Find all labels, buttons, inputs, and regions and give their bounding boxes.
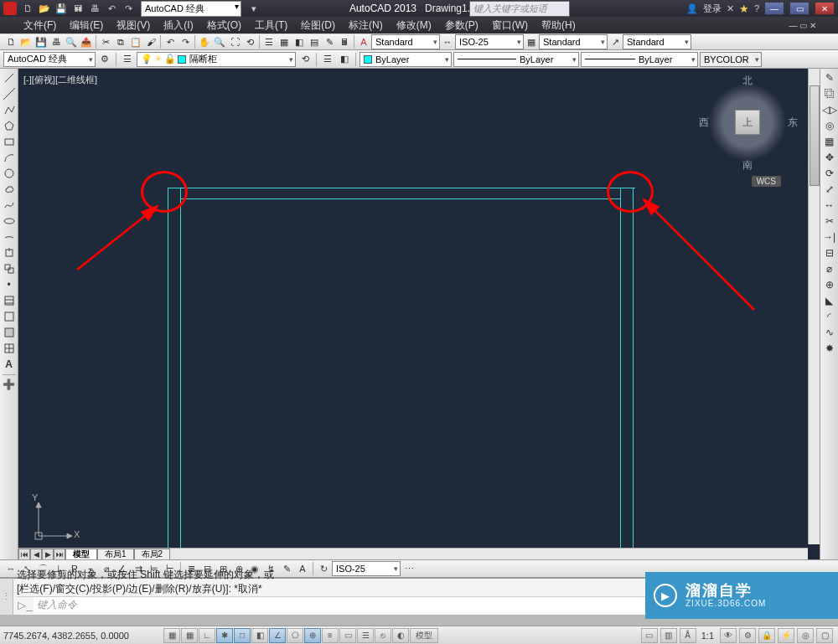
infocenter-sign-in-icon[interactable]: 👤	[686, 3, 698, 14]
tab-next-icon[interactable]: ▶	[42, 549, 54, 560]
break-icon[interactable]: ⌀	[822, 261, 837, 276]
close-button[interactable]: ✕	[815, 2, 835, 15]
qat-new-icon[interactable]: 🗋	[20, 1, 35, 16]
color-combo[interactable]: ByLayer	[360, 52, 452, 67]
move-icon[interactable]: ✥	[822, 150, 837, 165]
osnap-toggle[interactable]: □	[234, 628, 251, 643]
redo-icon[interactable]: ↷	[178, 34, 193, 49]
snap-toggle[interactable]: ▦	[163, 628, 180, 643]
linetype-combo[interactable]: ByLayer	[453, 52, 579, 67]
workspace-combo[interactable]: AutoCAD 经典	[3, 52, 96, 67]
cut-icon[interactable]: ✂	[98, 34, 113, 49]
zoom-window-icon[interactable]: ⛶	[227, 34, 242, 49]
dim-style-combo[interactable]: ISO-25	[455, 34, 524, 49]
zoom-prev-icon[interactable]: ⟲	[242, 34, 257, 49]
polyline-icon[interactable]	[2, 102, 17, 117]
help-icon[interactable]: ?	[754, 3, 759, 13]
sc-toggle[interactable]: ⎋	[375, 628, 391, 643]
menu-format[interactable]: 格式(O)	[200, 17, 248, 34]
tablestyle-icon[interactable]: ▦	[524, 34, 539, 49]
clean-screen-icon[interactable]: ▢	[816, 628, 833, 643]
favorite-icon[interactable]: ★	[739, 3, 749, 15]
plot-icon[interactable]: 🖶	[49, 34, 64, 49]
arc-icon[interactable]	[2, 150, 17, 165]
sheetset-icon[interactable]: ▤	[307, 34, 322, 49]
circle-icon[interactable]	[2, 166, 17, 181]
publish-icon[interactable]: 📤	[79, 34, 94, 49]
tab-last-icon[interactable]: ⏭	[54, 549, 65, 560]
tab-prev-icon[interactable]: ◀	[30, 549, 42, 560]
stretch-icon[interactable]: ↔	[822, 198, 837, 213]
minimize-button[interactable]: —	[764, 2, 784, 15]
3dosnap-toggle[interactable]: ◧	[251, 628, 268, 643]
dcenter-icon[interactable]: ▦	[277, 34, 292, 49]
point-icon[interactable]: •	[2, 277, 17, 292]
copy-obj-icon[interactable]: ⿻	[822, 86, 837, 101]
menu-help[interactable]: 帮助(H)	[535, 17, 582, 34]
annovis-icon[interactable]: 👁	[720, 628, 737, 643]
copy-icon[interactable]: ⧉	[113, 34, 128, 49]
chamfer-icon[interactable]: ◣	[822, 293, 837, 308]
make-block-icon[interactable]	[2, 261, 17, 276]
join-icon[interactable]: ⊕	[822, 277, 837, 292]
ellipse-icon[interactable]	[2, 214, 17, 229]
search-input[interactable]: 键入关键字或短语	[469, 1, 570, 17]
extend-icon[interactable]: →|	[822, 229, 837, 245]
pan-icon[interactable]: ✋	[197, 34, 212, 49]
coordinates-readout[interactable]: 7745.2674, 4382.2655, 0.0000	[3, 631, 163, 641]
lineweight-combo[interactable]: ByLayer	[581, 52, 698, 67]
markup-icon[interactable]: ✎	[322, 34, 337, 49]
zoom-icon[interactable]: 🔍	[212, 34, 227, 49]
qat-undo-icon[interactable]: ↶	[104, 1, 119, 16]
tpy-toggle[interactable]: ▭	[339, 628, 356, 643]
plotstyle-combo[interactable]: BYCOLOR	[700, 52, 762, 67]
tab-layout2[interactable]: 布局2	[134, 549, 171, 560]
open-icon[interactable]: 📂	[18, 34, 34, 49]
menu-edit[interactable]: 编辑(E)	[63, 17, 110, 34]
undo-icon[interactable]: ↶	[163, 34, 178, 49]
tab-model[interactable]: 模型	[65, 549, 97, 560]
scroll-thumb[interactable]	[810, 85, 820, 186]
toolbar-lock-icon[interactable]: 🔒	[758, 628, 775, 643]
hatch-icon[interactable]	[2, 293, 17, 308]
line-icon[interactable]	[2, 70, 17, 85]
trim-icon[interactable]: ✂	[822, 214, 837, 229]
new-icon[interactable]: 🗋	[3, 34, 18, 49]
quickview-layouts-icon[interactable]: ▭	[641, 628, 658, 643]
table-icon[interactable]	[2, 341, 17, 356]
revcloud-icon[interactable]	[2, 182, 17, 197]
menu-insert[interactable]: 插入(I)	[157, 17, 199, 34]
qat-save-icon[interactable]: 💾	[54, 1, 69, 16]
ucs-icon[interactable]: X Y	[30, 494, 80, 546]
qat-open-icon[interactable]: 📂	[37, 1, 52, 16]
menu-dimension[interactable]: 标注(N)	[342, 17, 390, 34]
hardware-accel-icon[interactable]: ⚡	[778, 628, 794, 643]
annotation-scale-label[interactable]: 1:1	[698, 631, 717, 641]
qat-dropdown-icon[interactable]: ▾	[246, 1, 261, 16]
properties-icon[interactable]: ☰	[261, 34, 277, 49]
grid-toggle[interactable]: ▦	[181, 628, 198, 643]
spline-icon[interactable]	[2, 198, 17, 213]
rotate-icon[interactable]: ⟳	[822, 166, 837, 181]
layer-states-icon[interactable]: ☰	[320, 52, 335, 67]
otrack-toggle[interactable]: ∠	[269, 628, 286, 643]
qat-plot-icon[interactable]: 🖶	[87, 1, 102, 16]
fillet-icon[interactable]: ◜	[822, 309, 837, 324]
blend-icon[interactable]: ∿	[822, 325, 837, 340]
calc-icon[interactable]: 🖩	[337, 34, 352, 49]
polygon-icon[interactable]	[2, 118, 17, 133]
menu-parametric[interactable]: 参数(P)	[438, 17, 485, 34]
app-icon[interactable]	[3, 2, 17, 15]
polar-toggle[interactable]: ✱	[216, 628, 233, 643]
insert-block-icon[interactable]	[2, 245, 17, 260]
command-handle[interactable]: ⋮	[0, 579, 13, 615]
scale-icon[interactable]: ⤢	[822, 182, 837, 197]
model-space-button[interactable]: 模型	[410, 628, 438, 643]
workspace-selector[interactable]: AutoCAD 经典	[141, 1, 241, 17]
region-icon[interactable]	[2, 325, 17, 340]
mleader-icon[interactable]: ↗	[608, 34, 623, 49]
qat-saveas-icon[interactable]: 🖬	[70, 1, 85, 16]
gradient-icon[interactable]	[2, 309, 17, 324]
break-point-icon[interactable]: ⊟	[822, 245, 837, 260]
layer-properties-icon[interactable]: ☰	[120, 52, 135, 67]
